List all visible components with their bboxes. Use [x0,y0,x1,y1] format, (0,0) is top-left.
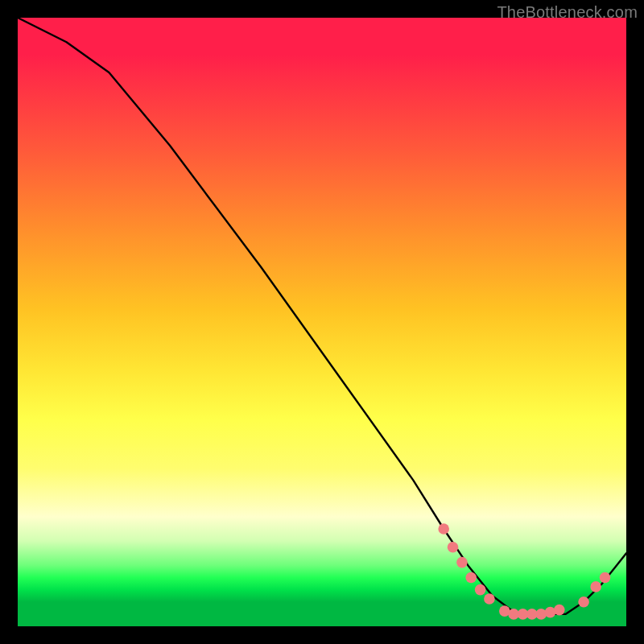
data-marker [554,605,565,616]
data-marker [438,523,449,535]
chart-frame: TheBottleneck.com [0,0,644,644]
data-marker [448,542,459,553]
data-marker [535,609,547,620]
data-marker [578,597,589,608]
data-marker [600,572,611,584]
chart-svg [18,18,626,626]
data-marker [590,581,601,592]
data-marker [475,584,486,596]
data-marker [465,572,477,584]
bottleneck-curve [18,18,626,614]
marker-group [438,523,610,620]
data-marker [456,557,468,568]
watermark-text: TheBottleneck.com [497,3,638,22]
data-marker [484,593,495,605]
gradient-plot-area [18,18,626,626]
